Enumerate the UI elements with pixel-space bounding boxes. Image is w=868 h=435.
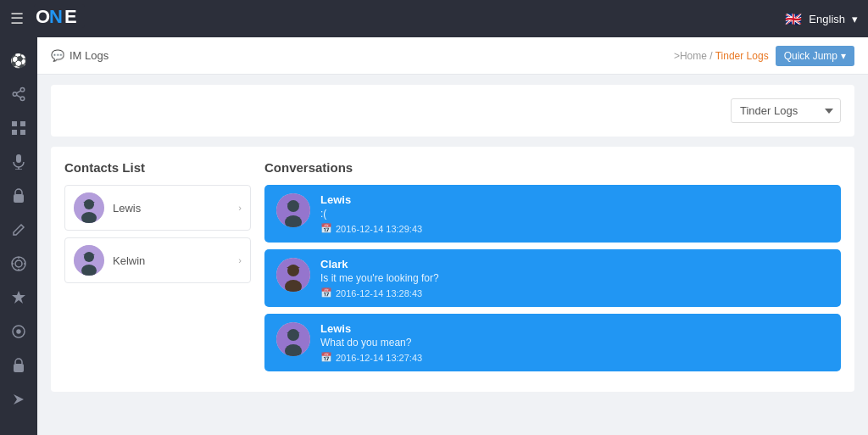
conv-body-1: Clark Is it me you're looking for? 📅 201… [320,258,829,298]
conv-time-2: 📅 2016-12-14 13:27:43 [320,352,829,363]
sidebar: ⚽ [0,37,37,435]
breadcrumb-home: >Home [674,50,707,62]
navbar-left: ☰ O N E [10,4,85,33]
breadcrumb-current: Tinder Logs [715,50,769,62]
svg-text:N: N [49,6,62,27]
logo: O N E [34,4,85,33]
contact-chevron-lewis: › [238,203,242,213]
svg-rect-11 [12,130,17,135]
sub-header-right: >Home / Tinder Logs Quick Jump ▾ [674,46,854,66]
conversation-card-2[interactable]: Lewis What do you mean? 📅 2016-12-14 13:… [264,314,841,371]
page-content: Tinder Logs Facebook Logs WhatsApp Logs … [37,75,868,435]
svg-marker-23 [12,291,25,304]
conversation-card-1[interactable]: Clark Is it me you're looking for? 📅 201… [264,249,841,307]
svg-rect-26 [14,364,24,372]
conv-name-0: Lewis [320,193,829,206]
quick-jump-label: Quick Jump [784,50,837,62]
svg-point-6 [20,97,25,101]
sub-header: 💬 IM Logs >Home / Tinder Logs Quick Jump… [37,37,868,75]
conversations-panel: Conversations Lewis [264,160,841,378]
svg-rect-9 [12,121,17,126]
svg-rect-10 [20,121,25,126]
im-logs-icon: 💬 [51,49,64,62]
sidebar-item-edit[interactable] [3,214,35,246]
flag-icon: 🇬🇧 [785,11,802,27]
contact-chevron-kelwin: › [238,255,242,265]
conv-avatar-1 [276,258,310,292]
language-label: English [809,13,845,25]
conv-message-0: :( [320,208,829,220]
conv-avatar-0 [276,193,310,227]
conv-name-1: Clark [320,258,829,270]
svg-point-17 [12,257,25,270]
svg-rect-13 [16,154,21,163]
avatar-lewis [74,192,104,223]
svg-text:O: O [36,6,50,27]
conv-timestamp-1: 2016-12-14 13:28:43 [336,288,422,298]
language-chevron: ▾ [852,13,858,25]
quick-jump-button[interactable]: Quick Jump ▾ [776,46,854,66]
contact-name-kelwin: Kelwin [113,254,230,267]
filter-bar: Tinder Logs Facebook Logs WhatsApp Logs [51,85,854,137]
conv-body-2: Lewis What do you mean? 📅 2016-12-14 13:… [320,322,829,363]
sidebar-item-lock[interactable] [3,180,35,212]
page-title: IM Logs [70,49,108,62]
svg-line-8 [16,91,20,93]
svg-rect-16 [14,194,24,203]
conv-name-2: Lewis [320,322,829,335]
log-type-select[interactable]: Tinder Logs Facebook Logs WhatsApp Logs [731,98,841,123]
svg-marker-27 [14,394,24,404]
hamburger-icon[interactable]: ☰ [10,9,24,28]
main-panel: Contacts List Lewis › [51,147,854,392]
conv-avatar-2 [276,322,310,356]
content-area: 💬 IM Logs >Home / Tinder Logs Quick Jump… [37,37,868,435]
main-layout: ⚽ [0,37,868,435]
sidebar-item-grid[interactable] [3,112,35,144]
navbar-right[interactable]: 🇬🇧 English ▾ [785,11,858,27]
conv-time-0: 📅 2016-12-14 13:29:43 [320,223,829,234]
contact-item-kelwin[interactable]: Kelwin › [64,237,251,283]
sidebar-item-soccer[interactable]: ⚽ [3,44,35,76]
svg-point-4 [20,88,25,92]
sidebar-item-circle[interactable] [3,315,35,348]
breadcrumb: >Home / Tinder Logs [674,50,769,62]
svg-rect-12 [20,130,25,135]
svg-line-7 [16,95,20,98]
calendar-icon-2: 📅 [320,352,332,363]
contact-item-lewis[interactable]: Lewis › [64,185,251,231]
sidebar-item-mic[interactable] [3,146,35,178]
conversations-title: Conversations [264,160,841,175]
sidebar-item-badge[interactable] [3,282,35,314]
contact-name-lewis: Lewis [113,202,230,215]
svg-point-18 [15,260,22,267]
calendar-icon-0: 📅 [320,223,332,234]
conv-message-2: What do you mean? [320,337,829,349]
conv-timestamp-2: 2016-12-14 13:27:43 [336,353,422,363]
calendar-icon-1: 📅 [320,287,332,298]
svg-text:E: E [64,6,76,27]
conv-timestamp-0: 2016-12-14 13:29:43 [336,224,422,234]
conv-message-1: Is it me you're looking for? [320,272,829,284]
svg-point-25 [17,330,20,333]
quick-jump-arrow: ▾ [841,50,846,62]
navbar: ☰ O N E 🇬🇧 English ▾ [0,0,868,37]
contacts-title: Contacts List [64,160,251,175]
conversation-card-0[interactable]: Lewis :( 📅 2016-12-14 13:29:43 [264,185,841,243]
sub-header-left: 💬 IM Logs [51,49,108,62]
avatar-kelwin [74,245,104,276]
conv-body-0: Lewis :( 📅 2016-12-14 13:29:43 [320,193,829,234]
sidebar-item-share[interactable] [3,78,35,110]
conv-time-1: 📅 2016-12-14 13:28:43 [320,287,829,298]
svg-point-5 [13,92,17,97]
sidebar-item-target[interactable] [3,248,35,280]
contacts-panel: Contacts List Lewis › [64,160,251,378]
sidebar-item-lock2[interactable] [3,349,35,382]
sidebar-item-arrow[interactable] [3,383,35,415]
